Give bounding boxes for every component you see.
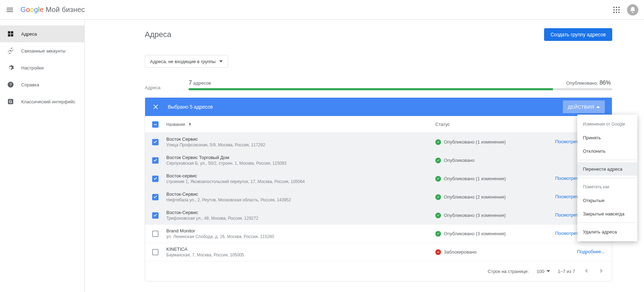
status-icon: [435, 249, 441, 255]
count-value: 7: [189, 80, 192, 86]
menu-item-closed[interactable]: Закрытые навсегда: [577, 207, 637, 220]
top-bar: Google Мой бизнес: [0, 0, 644, 20]
status-icon: [435, 176, 441, 182]
table-row[interactable]: KINETICAБауманская, 7, Москва, Россия, 1…: [145, 243, 612, 261]
create-group-button[interactable]: Создать группу адресов: [544, 28, 612, 41]
actions-button[interactable]: ДЕЙСТВИЯ: [563, 101, 605, 113]
group-filter-dropdown[interactable]: Адреса, не входящие в группы: [145, 55, 228, 68]
row-name: Восток-Сервис: [166, 210, 435, 215]
rows-per-page-label: Строк на странице:: [488, 269, 529, 274]
menu-separator: [577, 178, 637, 178]
status-text: Опубликовано (3 изменения): [444, 213, 506, 218]
row-name: Восток Сервис: [166, 136, 435, 142]
row-address: Бауманская, 7, Москва, Россия, 105005: [166, 253, 435, 257]
account-avatar[interactable]: [627, 4, 638, 16]
status-text: Опубликовано (2 изменения): [444, 194, 506, 200]
menu-header-google-changes: Изменения от Google: [577, 117, 637, 131]
product-name: Мой бизнес: [46, 6, 85, 13]
row-checkbox[interactable]: [152, 249, 159, 255]
status-text: Заблокировано: [444, 249, 477, 255]
row-name: Восток-Сервис: [166, 191, 435, 197]
menu-separator: [577, 223, 637, 223]
row-address: Нефтебаза ул., 2, Реутов, Московская обл…: [166, 197, 435, 202]
status-text: Опубликовано: [444, 158, 475, 163]
sidebar-item-locations[interactable]: Адреса: [0, 25, 84, 42]
svg-point-8: [618, 12, 620, 13]
table-row[interactable]: Восток СервисУлица Профсоюзная, 5/9, Мос…: [145, 133, 612, 151]
svg-point-0: [613, 7, 615, 8]
select-all-checkbox[interactable]: [152, 121, 159, 128]
sidebar-label: Классический интерфейс: [21, 99, 75, 104]
rows-per-page-select[interactable]: 100: [537, 269, 550, 274]
row-checkbox[interactable]: [152, 212, 159, 219]
table-row[interactable]: Восток-СервисТрифоновская ул., 49, Москв…: [145, 206, 612, 225]
row-action-link[interactable]: Подробнее...: [577, 249, 605, 254]
pagination-range: 1–7 из 7: [558, 269, 575, 274]
table-row[interactable]: Восток-СервисНефтебаза ул., 2, Реутов, М…: [145, 188, 612, 206]
sidebar-label: Адреса: [21, 31, 37, 37]
next-page-button[interactable]: [598, 267, 605, 275]
sidebar-item-linked-accounts[interactable]: Связанные аккаунты: [0, 42, 84, 59]
apps-icon[interactable]: [612, 6, 621, 14]
menu-item-accept[interactable]: Принять: [577, 131, 637, 144]
table-row[interactable]: Brand Monitorул. Ленинская Слобода, д. 2…: [145, 225, 612, 243]
row-checkbox[interactable]: [152, 157, 159, 164]
table-row[interactable]: Восток Сервис Торговый ДомСерпуховская Б…: [145, 151, 612, 170]
app-logo[interactable]: Google Мой бизнес: [20, 6, 85, 14]
status-icon: [435, 213, 441, 218]
row-checkbox[interactable]: [152, 176, 159, 182]
menu-item-reject[interactable]: Отклонить: [577, 144, 637, 158]
help-icon: ?: [7, 81, 14, 88]
row-checkbox[interactable]: [152, 231, 159, 237]
menu-item-transfer[interactable]: Перенести адреса: [577, 162, 637, 176]
svg-text:G: G: [9, 99, 12, 104]
svg-point-4: [616, 9, 617, 11]
status-text: Опубликовано (3 изменения): [444, 231, 506, 236]
page-title: Адреса: [145, 30, 171, 39]
sidebar-item-help[interactable]: ? Справка: [0, 76, 84, 93]
row-address: ул. Ленинская Слобода, д. 26, Москва, Ро…: [166, 234, 435, 239]
sidebar-item-settings[interactable]: Настройки: [0, 59, 84, 76]
sidebar-item-classic[interactable]: G Классический интерфейс: [0, 93, 84, 110]
row-name: Brand Monitor: [166, 228, 435, 233]
sidebar: Адреса Связанные аккаунты Настройки ? Сп…: [0, 20, 85, 292]
row-address: Улица Профсоюзная, 5/9, Москва, Россия, …: [166, 142, 435, 147]
svg-rect-13: [154, 124, 157, 125]
grid-icon: [7, 30, 14, 37]
menu-item-open[interactable]: Открытые: [577, 194, 637, 207]
filter-label: Адреса, не входящие в группы: [150, 59, 216, 64]
actions-label: ДЕЙСТВИЯ: [568, 104, 594, 110]
row-address: строение 1, Яковоапостольский переулок, …: [166, 179, 435, 184]
svg-point-6: [613, 12, 615, 13]
stats-side-label: Адреса: [145, 85, 160, 90]
row-checkbox[interactable]: [152, 194, 159, 200]
status-icon: [435, 158, 441, 163]
row-address: Серпуховская Б. ул., 50/2, строен. 1, Мо…: [166, 161, 435, 166]
caret-down-icon: [219, 60, 223, 63]
row-name: Восток-сервис: [166, 173, 435, 178]
table-row[interactable]: Восток-сервисстроение 1, Яковоапостольск…: [145, 170, 612, 188]
row-checkbox[interactable]: [152, 139, 159, 145]
status-icon: [435, 231, 441, 237]
row-address: Трифоновская ул., 49, Москва, Россия, 12…: [166, 216, 435, 221]
published-percent: 86%: [600, 80, 611, 86]
progress-bar: [189, 88, 612, 90]
svg-point-2: [618, 7, 620, 8]
svg-rect-14: [437, 252, 439, 253]
selection-text: Выбрано 5 адресов: [168, 104, 213, 110]
row-name: Восток Сервис Торговый Дом: [166, 155, 435, 160]
svg-text:?: ?: [10, 82, 12, 87]
table-header: Название Статус: [145, 116, 612, 133]
close-icon[interactable]: [152, 103, 159, 110]
gear-icon: [7, 64, 14, 71]
prev-page-button[interactable]: [583, 267, 590, 275]
menu-item-delete[interactable]: Удалить адреса: [577, 225, 637, 238]
selection-bar: Выбрано 5 адресов ДЕЙСТВИЯ Изменения от …: [145, 98, 612, 116]
status-icon: [435, 194, 441, 200]
row-name: KINETICA: [166, 247, 435, 252]
column-status[interactable]: Статус: [435, 122, 527, 127]
sidebar-label: Связанные аккаунты: [21, 48, 66, 54]
menu-icon[interactable]: [6, 6, 14, 14]
locations-table: Выбрано 5 адресов ДЕЙСТВИЯ Изменения от …: [145, 97, 612, 281]
column-name[interactable]: Название: [166, 122, 435, 127]
